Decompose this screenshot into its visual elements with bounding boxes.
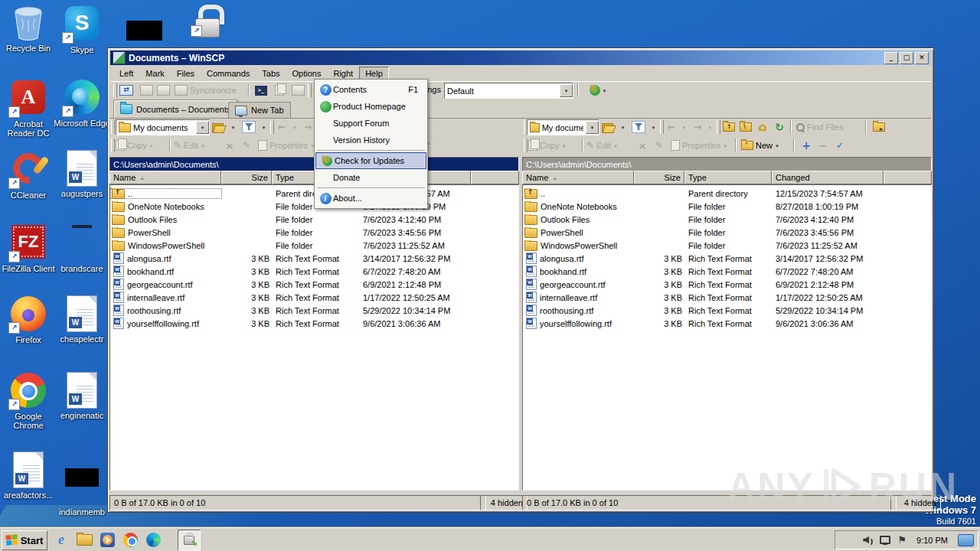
open-console-button[interactable]: >_ [253,83,270,98]
menu-commands[interactable]: Commands [201,67,256,80]
file-row-bookhand.rtf[interactable]: bookhand.rtf3 KBRich Text Format6/7/2022… [110,265,518,278]
file-row-PowerShell[interactable]: PowerShellFile folder7/6/2023 3:45:56 PM [523,226,931,239]
right-back-dropdown[interactable] [680,119,688,135]
tab-documents-session[interactable]: Documents – Documents [113,99,238,118]
right-new-button[interactable]: * New [741,138,787,153]
taskbar-chrome-button[interactable] [121,531,139,548]
queue-button[interactable] [271,83,288,98]
taskbar-winscp-button[interactable] [178,530,201,551]
file-row-bookhand.rtf[interactable]: bookhand.rtf3 KBRich Text Format6/7/2022… [523,265,931,278]
left-forward-button[interactable]: → [301,119,315,135]
start-button[interactable]: Start [2,530,47,550]
speaker-icon[interactable] [863,536,873,545]
menu-help[interactable]: Help [359,67,389,80]
right-directory-combo[interactable]: My documents [527,119,599,135]
column-header-size[interactable]: Size [221,171,272,184]
minimize-button[interactable]: _ [884,52,898,64]
right-path-bar[interactable]: C:\Users\admin\Documents\ [522,157,932,171]
menu-item-product-homepage[interactable]: Product Homepage [315,98,427,115]
transfer-settings-combo[interactable]: Default [444,83,573,99]
left-back-dropdown[interactable] [290,119,299,135]
combo-dropdown-icon[interactable] [586,121,599,134]
toolbar-grip[interactable] [308,83,312,97]
update-button[interactable]: ↻ [583,83,612,98]
maximize-button[interactable]: □ [900,52,913,64]
panel-mode-button[interactable] [155,83,172,98]
desktop-icon-filezilla[interactable]: FZ FileZilla Client [0,223,57,273]
transfer-view-button[interactable] [289,83,306,98]
taskbar-ie-button[interactable]: e [52,531,70,548]
network-icon[interactable] [880,536,890,545]
synchronize-button[interactable]: Synchronize [175,83,245,98]
right-find-files-button[interactable]: Find Files [796,119,862,135]
right-file-list[interactable]: ..Parent directory12/15/2023 7:54:57 AMO… [522,184,932,491]
right-forward-dropdown[interactable] [706,119,714,135]
right-forward-button[interactable]: → [691,119,704,135]
desktop-icon-enginenatic[interactable]: W enginenatic [54,372,110,420]
file-row-roothousing.rtf[interactable]: roothousing.rtf3 KBRich Text Format5/29/… [110,304,518,317]
file-row-WindowsPowerShell[interactable]: WindowsPowerShellFile folder7/6/2023 11:… [110,239,518,252]
right-open-directory-dropdown[interactable] [619,119,627,135]
menu-files[interactable]: Files [171,67,201,80]
right-selection-filter-button[interactable]: ✓ [833,138,847,153]
left-copy-button[interactable]: Copy [116,138,163,153]
left-filter-dropdown[interactable] [260,119,268,135]
left-open-directory-button[interactable] [209,119,227,135]
menu-item-check-for-updates[interactable]: Check for Updates [315,152,426,169]
toolbar-grip[interactable] [660,120,664,134]
file-row-Outlook-Files[interactable]: Outlook FilesFile folder7/6/2023 4:12:40… [110,213,518,226]
file-row-georgeaccount.rtf[interactable]: georgeaccount.rtf3 KBRich Text Format6/9… [523,278,931,291]
left-back-button[interactable]: ← [275,119,289,135]
desktop-icon-recycle-bin[interactable]: Recycle Bin [0,5,57,53]
file-row-alongusa.rtf[interactable]: alongusa.rtf3 KBRich Text Format3/14/201… [110,252,518,265]
desktop-icon-acrobat[interactable]: A Acrobat Reader DC [0,79,57,138]
right-filter-button[interactable] [629,119,648,135]
combo-dropdown-icon[interactable] [560,84,573,97]
file-row-georgeaccount.rtf[interactable]: georgeaccount.rtf3 KBRich Text Format6/9… [110,278,518,291]
right-open-directory-button[interactable] [599,119,617,135]
menu-options[interactable]: Options [286,67,328,80]
right-back-button[interactable]: ← [665,119,678,135]
action-center-flag-icon[interactable]: ⚑ [897,534,906,546]
left-delete-button[interactable]: × [223,138,237,153]
taskbar-media-player-button[interactable] [98,531,116,548]
desktop-icon-areafactors[interactable]: W areafactors... [0,452,57,500]
desktop-icon-skype[interactable]: S Skype [54,5,110,54]
toolbar-grip[interactable] [113,83,117,97]
file-row-yourselffollowing.rtf[interactable]: yourselffollowing.rtf3 KBRich Text Forma… [523,317,931,330]
menu-item-donate[interactable]: Donate [315,169,427,186]
desktop-icon-winscp[interactable] [179,3,236,40]
column-header-size[interactable]: Size [634,171,684,184]
left-filter-button[interactable] [240,119,258,135]
menu-item-support-forum[interactable]: Support Forum [315,115,427,132]
menu-tabs[interactable]: Tabs [256,67,286,80]
toolbar-grip[interactable] [270,120,274,134]
file-row-internalleave.rtf[interactable]: internalleave.rtf3 KBRich Text Format1/1… [523,291,931,304]
right-select-button[interactable]: + [799,138,813,153]
tab-new-tab[interactable]: ✦ New Tab [228,102,291,118]
left-properties-button[interactable]: Properties [258,138,318,153]
right-directory-tree-button[interactable]: ▸ [870,119,888,135]
file-row-WindowsPowerShell[interactable]: WindowsPowerShellFile folder7/6/2023 11:… [523,239,931,252]
file-row-PowerShell[interactable]: PowerShellFile folder7/6/2023 3:45:56 PM [110,226,518,239]
file-row-..[interactable]: ..Parent directory12/15/2023 7:54:57 AM [523,187,931,200]
desktop-icon-firefox[interactable]: Firefox [0,295,57,344]
column-header-name[interactable]: Name▲ [522,171,634,184]
left-edit-button[interactable]: ✎ Edit [174,138,218,153]
column-header-changed[interactable]: Changed [772,171,884,184]
right-delete-button[interactable]: × [635,138,649,153]
desktop-icon-ccleaner[interactable]: CCleaner [0,150,57,200]
right-parent-directory-button[interactable]: ↑ [721,119,737,135]
toolbar-grip[interactable] [717,120,720,134]
column-header-name[interactable]: Name▲ [109,171,221,184]
right-properties-button[interactable]: Properties [671,138,730,153]
toolbar-grip[interactable] [524,139,528,152]
right-rename-button[interactable]: ✎ [652,138,666,153]
file-row-roothousing.rtf[interactable]: roothousing.rtf3 KBRich Text Format5/29/… [523,304,931,317]
left-open-directory-dropdown[interactable] [229,119,237,135]
file-row-OneNote-Notebooks[interactable]: OneNote NotebooksFile folder8/27/2018 1:… [523,200,931,213]
file-row-yourselffollowing.rtf[interactable]: yourselffollowing.rtf3 KBRich Text Forma… [110,317,518,330]
column-header-type[interactable]: Type [684,171,772,184]
swap-panels-button[interactable]: ⇄ [118,83,135,98]
toolbar-grip[interactable] [111,120,115,134]
